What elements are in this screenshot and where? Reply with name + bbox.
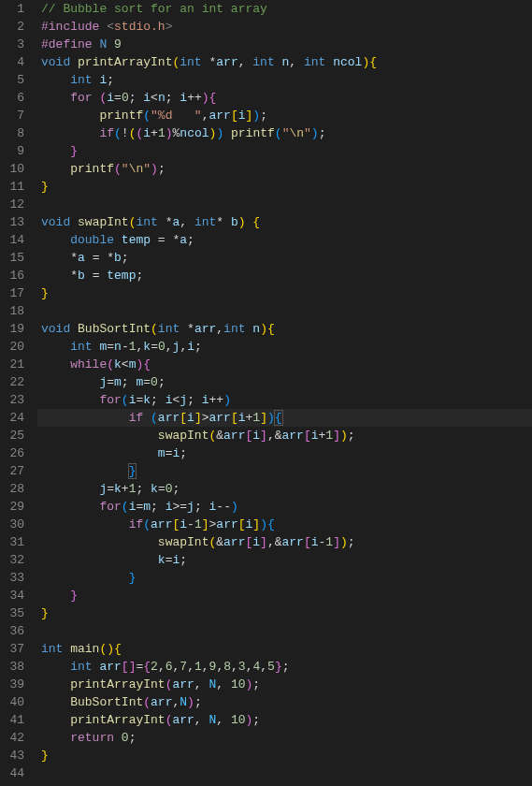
token <box>70 215 78 229</box>
token: \n <box>289 126 304 140</box>
token: 10 <box>231 677 246 691</box>
token: ] <box>260 411 267 425</box>
code-line[interactable] <box>37 302 532 320</box>
token: ) <box>340 429 348 443</box>
code-line[interactable]: j=k+1; k=0; <box>37 480 532 498</box>
token: int <box>252 55 274 69</box>
code-line[interactable]: printf("%d ",arr[i]); <box>37 107 532 124</box>
code-line[interactable]: *b = temp; <box>37 267 532 284</box>
token: = <box>107 482 114 496</box>
line-number: 39 <box>7 676 24 693</box>
code-line[interactable]: *a = *b; <box>37 249 532 267</box>
token: ; <box>107 73 114 87</box>
code-line[interactable]: swapInt(&arr[i],&arr[i+1]); <box>37 427 532 444</box>
token: arr <box>216 517 237 531</box>
code-line[interactable]: } <box>37 569 532 587</box>
code-area[interactable]: // Bubble sort for an int array#include … <box>37 0 532 786</box>
code-line[interactable]: // Bubble sort for an int array <box>37 0 532 18</box>
code-line[interactable]: if (arr[i]>arr[i+1]){ <box>37 409 532 427</box>
code-line[interactable]: BubSortInt(arr,N); <box>37 693 532 711</box>
code-line[interactable]: void swapInt(int *a, int* b) { <box>37 213 532 231</box>
token: ; <box>173 482 180 496</box>
token: } <box>70 589 78 603</box>
line-number: 25 <box>7 427 24 444</box>
code-editor[interactable]: 1234567891011121314151617181920212223242… <box>0 0 532 786</box>
token: ] <box>333 535 340 549</box>
token <box>41 233 70 247</box>
token <box>41 340 70 354</box>
code-line[interactable]: while(k<m){ <box>37 356 532 373</box>
code-line[interactable]: k=i; <box>37 551 532 569</box>
code-line[interactable]: int main(){ <box>37 640 532 658</box>
token: 1 <box>129 340 137 354</box>
code-line[interactable]: for(i=m; i>=j; i--) <box>37 498 532 516</box>
token: ; <box>194 695 202 709</box>
code-line[interactable]: int m=n-1,k=0,j,i; <box>37 338 532 356</box>
token: 9 <box>114 37 122 51</box>
token: i <box>311 429 319 443</box>
code-line[interactable]: return 0; <box>37 729 532 747</box>
code-line[interactable]: for(i=k; i<j; i++) <box>37 391 532 409</box>
token <box>41 482 99 496</box>
code-line[interactable]: #include <stdio.h> <box>37 18 532 36</box>
code-line[interactable]: printf("\n"); <box>37 160 532 178</box>
token: * <box>187 322 194 336</box>
code-line[interactable] <box>37 622 532 640</box>
line-number: 23 <box>7 391 24 409</box>
code-line[interactable]: double temp = *a; <box>37 231 532 249</box>
token: ncol <box>180 126 208 140</box>
token <box>223 126 231 140</box>
line-number: 32 <box>7 551 24 569</box>
token: i <box>143 91 151 105</box>
token: ) <box>107 642 114 656</box>
token: ; <box>348 535 355 549</box>
token: arr <box>223 535 245 549</box>
code-line[interactable]: int i; <box>37 71 532 89</box>
token <box>41 535 158 549</box>
token: ] <box>333 429 340 443</box>
token: int <box>70 660 92 674</box>
code-line[interactable] <box>37 196 532 213</box>
code-line[interactable]: } <box>37 747 532 764</box>
code-line[interactable]: for (i=0; i<n; i++){ <box>37 89 532 107</box>
token <box>41 500 99 514</box>
code-line[interactable]: } <box>37 604 532 622</box>
code-line[interactable]: void printArrayInt(int *arr, int n, int … <box>37 53 532 71</box>
code-line[interactable]: } <box>37 284 532 302</box>
token: , <box>194 713 209 727</box>
line-number: 38 <box>7 658 24 676</box>
token: ; <box>252 713 260 727</box>
token: 8 <box>223 660 231 674</box>
code-line[interactable]: if(!((i+1)%ncol)) printf("\n"); <box>37 124 532 142</box>
code-line[interactable] <box>37 764 532 782</box>
code-line[interactable]: int arr[]={2,6,7,1,9,8,3,4,5}; <box>37 658 532 676</box>
token: BubSortInt <box>78 322 151 336</box>
token: ; <box>282 660 290 674</box>
code-line[interactable]: } <box>37 587 532 604</box>
line-number: 10 <box>7 160 24 178</box>
code-line[interactable]: printArrayInt(arr, N, 10); <box>37 676 532 693</box>
token: , <box>158 660 165 674</box>
token: temp <box>122 233 151 247</box>
token: } <box>41 180 49 194</box>
code-line[interactable]: } <box>37 178 532 196</box>
token: k <box>114 357 122 371</box>
code-line[interactable]: if(arr[i-1]>arr[i]){ <box>37 516 532 533</box>
code-line[interactable]: m=i; <box>37 444 532 462</box>
token: " <box>143 162 151 176</box>
code-line[interactable]: } <box>37 462 532 480</box>
code-line[interactable]: void BubSortInt(int *arr,int n){ <box>37 320 532 338</box>
code-line[interactable]: j=m; m=0; <box>37 373 532 391</box>
code-line[interactable]: #define N 9 <box>37 36 532 53</box>
token: { <box>252 215 260 229</box>
token: i <box>252 535 260 549</box>
token: * <box>216 215 231 229</box>
code-line[interactable]: swapInt(&arr[i],&arr[i-1]); <box>37 533 532 551</box>
code-line[interactable]: printArrayInt(arr, N, 10); <box>37 711 532 729</box>
token: ; <box>194 500 209 514</box>
token: printf <box>231 126 275 140</box>
code-line[interactable]: } <box>37 142 532 160</box>
token: arr <box>282 535 304 549</box>
token <box>41 73 70 87</box>
token: arr <box>223 429 245 443</box>
